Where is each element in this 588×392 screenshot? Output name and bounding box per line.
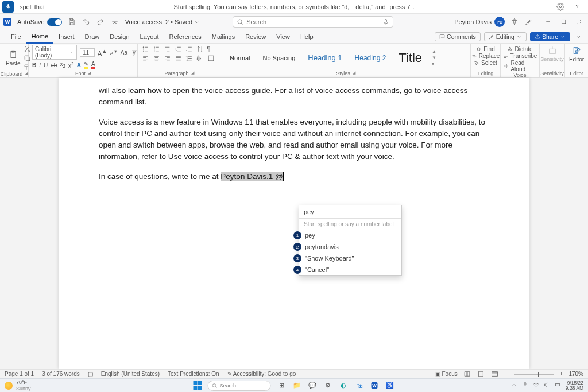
zoom-level[interactable]: 170% <box>568 371 583 377</box>
show-marks-icon[interactable]: ¶ <box>207 46 210 52</box>
document-area[interactable]: will also learn how to open the voice ac… <box>0 78 588 369</box>
accessibility-icon[interactable]: ♿ <box>385 381 395 390</box>
accessibility-status[interactable]: ✎ Accessibility: Good to go <box>227 371 296 377</box>
underline-button[interactable]: U <box>44 62 48 68</box>
clock[interactable]: 9/15/22 9:28 AM <box>566 381 583 390</box>
paste-button[interactable]: Paste <box>3 49 23 68</box>
print-layout-icon[interactable] <box>477 370 485 378</box>
multilevel-icon[interactable] <box>163 45 171 53</box>
search-box[interactable] <box>233 16 393 28</box>
borders-icon[interactable] <box>207 54 215 62</box>
taskview-icon[interactable]: ⊞ <box>277 381 287 390</box>
word-taskbar-icon[interactable]: W <box>370 381 380 390</box>
text-effects-button[interactable]: A <box>77 62 81 68</box>
tab-mailings[interactable]: Mailings <box>207 30 240 44</box>
redo-icon[interactable] <box>96 18 105 26</box>
align-center-icon[interactable] <box>152 54 160 62</box>
tab-references[interactable]: References <box>164 30 207 44</box>
tray-chevron-icon[interactable] <box>511 382 517 389</box>
store-icon[interactable]: 🛍 <box>354 381 364 390</box>
spell-option-4[interactable]: 4"Cancel" <box>299 264 401 275</box>
find-button[interactable]: Find <box>476 46 494 52</box>
document-name[interactable]: Voice access_2 • Saved <box>125 18 200 25</box>
clear-format-icon[interactable] <box>130 48 138 56</box>
zoom-out-icon[interactable]: − <box>505 371 508 377</box>
italic-button[interactable]: I <box>39 62 41 68</box>
font-size-combo[interactable]: 11 <box>80 48 95 57</box>
text-predictions[interactable]: Text Predictions: On <box>168 371 219 377</box>
zoom-in-icon[interactable]: + <box>560 371 563 377</box>
tab-home[interactable]: Home <box>26 30 53 44</box>
shading-icon[interactable] <box>196 54 204 62</box>
paragraph[interactable]: Voice access is a new feature in Windows… <box>99 117 489 163</box>
wifi-tray-icon[interactable] <box>533 382 539 389</box>
taskbar-search[interactable]: Search <box>208 381 271 391</box>
language[interactable]: English (United States) <box>101 371 160 377</box>
spellcheck-icon[interactable]: ▢ <box>88 371 93 377</box>
style-title[interactable]: Title <box>393 48 427 68</box>
styles-down-icon[interactable]: ▼ <box>432 55 436 60</box>
tab-insert[interactable]: Insert <box>53 30 80 44</box>
transcribe-button[interactable]: Transcribe <box>503 53 537 59</box>
numbering-icon[interactable] <box>152 45 160 53</box>
highlight-button[interactable]: ✎ <box>84 61 88 69</box>
mic-tray-icon[interactable] <box>522 382 528 389</box>
align-left-icon[interactable] <box>141 54 149 62</box>
qat-customize-icon[interactable] <box>111 18 119 26</box>
subscript-button[interactable]: x2 <box>60 61 65 69</box>
chat-icon[interactable]: 💬 <box>308 381 318 390</box>
select-button[interactable]: Select <box>474 60 497 66</box>
tab-review[interactable]: Review <box>240 30 271 44</box>
superscript-button[interactable]: x2 <box>68 61 74 69</box>
strike-button[interactable]: ab <box>51 62 57 68</box>
autosave-toggle[interactable]: AutoSave <box>17 18 62 26</box>
grow-font-icon[interactable]: A▲ <box>98 48 107 57</box>
style-heading-1[interactable]: Heading 1 <box>303 51 347 65</box>
inc-indent-icon[interactable] <box>185 45 193 53</box>
editing-mode-button[interactable]: Editing <box>484 32 527 41</box>
tab-help[interactable]: Help <box>295 30 319 44</box>
weather-widget[interactable]: 78°F Sunny <box>0 380 31 391</box>
align-right-icon[interactable] <box>163 54 171 62</box>
style-heading-2[interactable]: Heading 2 <box>350 51 392 65</box>
paragraph[interactable]: will also learn how to open the voice ac… <box>99 85 489 108</box>
web-layout-icon[interactable] <box>491 370 499 378</box>
minimize-icon[interactable] <box>545 18 551 26</box>
replace-button[interactable]: Replace <box>471 53 500 59</box>
font-color-button[interactable]: A <box>91 61 95 69</box>
dictate-button[interactable]: Dictate <box>507 46 532 52</box>
line-spacing-icon[interactable] <box>185 54 193 62</box>
style-normal[interactable]: Normal <box>225 52 255 64</box>
tab-view[interactable]: View <box>271 30 295 44</box>
style-no-spacing[interactable]: No Spacing <box>257 52 300 64</box>
spell-option-2[interactable]: 2peytondavis <box>299 241 401 253</box>
undo-icon[interactable] <box>82 18 91 26</box>
settings-taskbar-icon[interactable]: ⚙ <box>323 381 333 390</box>
pen-mode-icon[interactable] <box>525 18 533 26</box>
justify-icon[interactable] <box>174 54 182 62</box>
user-account[interactable]: Peyton Davis PD <box>454 17 505 27</box>
tab-design[interactable]: Design <box>105 30 134 44</box>
paragraph[interactable]: In case of questions, write to me at Pey… <box>99 171 489 183</box>
bullets-icon[interactable] <box>141 45 149 53</box>
zoom-slider[interactable] <box>514 374 554 375</box>
shrink-font-icon[interactable]: A▼ <box>110 49 117 56</box>
styles-up-icon[interactable]: ▲ <box>432 49 436 54</box>
tab-draw[interactable]: Draw <box>80 30 105 44</box>
microphone-icon[interactable] <box>2 1 14 13</box>
start-button[interactable] <box>194 381 202 390</box>
highlighted-text[interactable]: Peyton Davis.1 @ <box>220 172 283 181</box>
save-icon[interactable] <box>68 18 76 26</box>
spell-option-3[interactable]: 3"Show Keyboard" <box>299 253 401 264</box>
toggle-on-icon[interactable] <box>47 18 62 26</box>
tab-file[interactable]: File <box>6 30 26 44</box>
diamond-icon[interactable] <box>510 18 519 26</box>
maximize-icon[interactable] <box>560 18 567 26</box>
editor-button[interactable]: Editor <box>568 45 585 71</box>
ribbon-options-icon[interactable] <box>574 32 582 41</box>
share-button[interactable]: Share <box>530 32 570 41</box>
mic-icon[interactable] <box>382 18 389 25</box>
read-mode-icon[interactable] <box>463 370 471 378</box>
comments-button[interactable]: Comments <box>435 32 481 41</box>
page[interactable]: will also learn how to open the voice ac… <box>59 78 529 369</box>
